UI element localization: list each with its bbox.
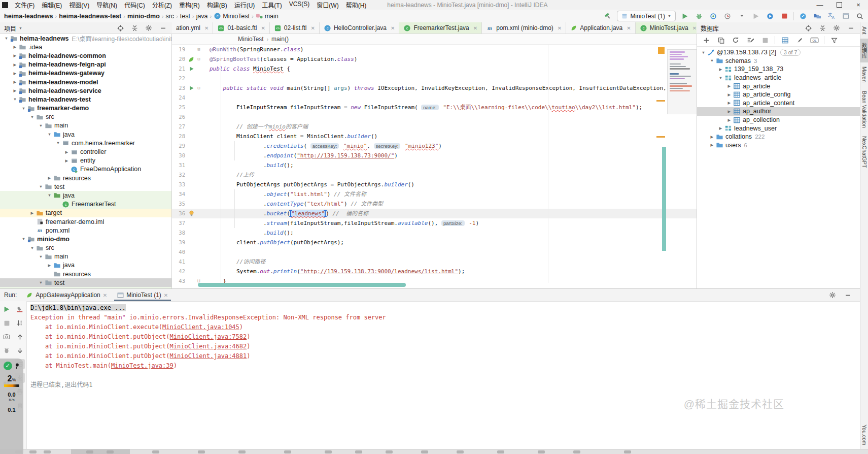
modify-icon[interactable] xyxy=(745,35,755,45)
database-panel[interactable]: QL ▼@139.159.138.73 [2]3 of 7▼schemas3▶1… xyxy=(697,34,860,288)
collapsed-arrow-icon[interactable]: ▶ xyxy=(12,62,18,67)
project-tree-item[interactable]: ▼heima-leadnews E:\桌面\learning-files\cod… xyxy=(0,34,171,43)
project-tree-item[interactable]: ▶controller xyxy=(0,147,171,156)
code-line[interactable]: 24 xyxy=(172,93,697,103)
close-tab-icon[interactable]: ✕ xyxy=(558,25,562,31)
stop-disabled-button[interactable] xyxy=(2,318,12,328)
console-output[interactable]: D:\jdk1.8\bin\java.exe ...Exception in t… xyxy=(26,301,860,449)
close-tab-icon[interactable]: ✕ xyxy=(627,25,631,31)
tool-window-stripe-Maven[interactable]: Maven xyxy=(861,62,868,87)
close-tab-icon[interactable]: ✕ xyxy=(204,25,209,31)
project-structure-button[interactable] xyxy=(812,11,822,21)
fold-marker[interactable]: ⊟ xyxy=(195,45,202,54)
menu-item[interactable]: 重构(R) xyxy=(176,1,203,9)
expanded-arrow-icon[interactable]: ▼ xyxy=(20,237,27,241)
database-tree-item[interactable]: ▼@139.159.138.73 [2]3 of 7 xyxy=(697,48,860,57)
close-tab-icon[interactable]: ✕ xyxy=(311,25,315,31)
hide-panel-icon[interactable] xyxy=(843,290,853,300)
editor-tab[interactable]: cFreemarkerTest.java✕ xyxy=(399,22,482,34)
menu-item[interactable]: VCS(S) xyxy=(286,1,314,9)
project-tree-item[interactable]: ▶heima-leadnews-gateway xyxy=(0,69,171,78)
expanded-arrow-icon[interactable]: ▼ xyxy=(29,115,36,119)
leaf-gutter-icon[interactable] xyxy=(187,54,195,64)
rerun-button[interactable] xyxy=(2,304,12,314)
stacktrace-link[interactable]: MinioClient.java:1045 xyxy=(162,323,239,331)
code-line[interactable]: 36 .bucket("leadnews") // 桶的名称 xyxy=(172,209,697,218)
menu-item[interactable]: 文件(F) xyxy=(11,1,38,9)
edit-data-icon[interactable] xyxy=(794,35,805,45)
menu-item[interactable]: 代码(C) xyxy=(121,1,149,9)
run-anything-button[interactable] xyxy=(841,11,851,21)
database-tree-item[interactable]: ▶ap_author xyxy=(697,107,860,116)
close-tab-icon[interactable]: ✕ xyxy=(164,293,168,298)
profiler-button[interactable] xyxy=(722,11,733,21)
code-line[interactable]: 41 //访问路径 xyxy=(172,257,697,267)
project-tree-item[interactable]: ▼freemarker-demo xyxy=(0,104,171,113)
close-tab-icon[interactable]: ✕ xyxy=(261,25,265,31)
menu-item[interactable]: 窗口(W) xyxy=(313,1,342,9)
project-tree-item[interactable]: ▶entity xyxy=(0,156,171,165)
editor-tab-active[interactable]: cMinioTest.java✕ xyxy=(636,22,697,34)
collapsed-arrow-icon[interactable]: ▶ xyxy=(46,263,53,268)
code-line[interactable]: 26 xyxy=(172,112,697,122)
project-tree-item[interactable]: ▼minio-dmo xyxy=(0,235,171,243)
build-hammer-icon[interactable] xyxy=(603,11,613,21)
breadcrumb-item[interactable]: src xyxy=(165,13,174,20)
close-tab-icon[interactable]: ✕ xyxy=(473,25,477,31)
stacktrace-link[interactable]: MinioClient.java:7582 xyxy=(170,333,247,340)
breadcrumb-item[interactable]: heima-leadnews-test xyxy=(59,13,121,20)
project-tree-item[interactable]: ▶java xyxy=(0,261,171,270)
screenshot-button[interactable] xyxy=(2,332,12,342)
collapsed-arrow-icon[interactable]: ▶ xyxy=(709,135,715,139)
project-tree-item[interactable]: ▼test xyxy=(0,278,171,287)
settings-gear-icon[interactable] xyxy=(144,23,154,33)
code-line[interactable]: 39 client.putObject(putObjectArgs); xyxy=(172,238,697,247)
run-gutter-icon[interactable] xyxy=(187,83,195,93)
editor-tab[interactable]: <>02-list.ftl✕ xyxy=(270,22,320,34)
collapsed-arrow-icon[interactable]: ▶ xyxy=(63,158,70,163)
code-editor[interactable]: MinioTest › main() 19⊟@RunWith(SpringRun… xyxy=(172,34,697,288)
breadcrumb-class[interactable]: MinioTest xyxy=(238,36,264,43)
collapsed-arrow-icon[interactable]: ▶ xyxy=(12,45,18,49)
collapsed-arrow-icon[interactable]: ▶ xyxy=(726,92,733,97)
code-line[interactable]: 32 //上传 xyxy=(172,170,697,180)
tool-window-stripe-Ant[interactable]: Ant xyxy=(861,22,868,39)
database-tree-item[interactable]: ▶ap_collection xyxy=(697,116,860,124)
editor-tab[interactable]: cHelloController.java✕ xyxy=(320,22,399,34)
rerun-button[interactable] xyxy=(765,11,775,21)
stacktrace-link[interactable]: MinioClient.java:4881 xyxy=(170,352,247,360)
project-tree-item[interactable]: ▼main xyxy=(0,252,171,261)
sort-button[interactable] xyxy=(15,318,25,328)
collapse-all-icon[interactable] xyxy=(817,23,827,33)
horizontal-scrollbar[interactable] xyxy=(198,283,406,287)
refresh-icon[interactable] xyxy=(731,35,741,45)
run-button[interactable] xyxy=(680,11,690,21)
collapsed-arrow-icon[interactable]: ▶ xyxy=(726,84,733,88)
editor-tab[interactable]: Application.java✕ xyxy=(566,22,635,34)
stacktrace-link[interactable]: MinioClient.java:4682 xyxy=(170,343,247,350)
database-tree-item[interactable]: ▶leadnews_user xyxy=(697,124,860,133)
close-button[interactable]: × xyxy=(849,0,868,10)
close-tab-icon[interactable]: ✕ xyxy=(103,293,107,298)
code-line[interactable]: 30 .endpoint("http://139.159.138.73:9000… xyxy=(172,151,697,160)
filter-icon[interactable] xyxy=(829,35,839,45)
table-view-icon[interactable] xyxy=(780,35,790,45)
project-tree-item[interactable]: ▼java xyxy=(0,130,171,139)
project-tree-panel[interactable]: ▼heima-leadnews E:\桌面\learning-files\cod… xyxy=(0,34,172,288)
expanded-arrow-icon[interactable]: ▼ xyxy=(20,106,27,111)
database-tree-item[interactable]: ▶ap_article_config xyxy=(697,90,860,99)
breadcrumb-method[interactable]: main() xyxy=(271,36,289,43)
project-tree-item[interactable]: ▶heima-leadnews-common xyxy=(0,51,171,60)
code-line[interactable]: 35 .contentType("text/html") // 文件类型 xyxy=(172,199,697,209)
code-line[interactable]: 21public class MinioTest { xyxy=(172,64,697,74)
code-line[interactable]: 23⊟ public static void main(String[] arg… xyxy=(172,83,697,93)
tool-window-stripe-数据库[interactable]: 数据库 xyxy=(860,39,868,63)
collapse-all-icon[interactable] xyxy=(129,23,140,33)
database-tree-item[interactable]: ▼leadnews_article xyxy=(697,74,860,82)
project-tree-item[interactable]: ▼java xyxy=(0,191,171,200)
project-tree-item[interactable]: ▶heima-leadnews-model xyxy=(0,78,171,86)
project-tree-item[interactable]: ▼test xyxy=(0,182,171,191)
run-tab[interactable]: AppGatewayApplication✕ xyxy=(21,289,112,301)
stop-disabled-icon[interactable] xyxy=(760,35,770,45)
hide-panel-icon[interactable] xyxy=(158,23,168,33)
